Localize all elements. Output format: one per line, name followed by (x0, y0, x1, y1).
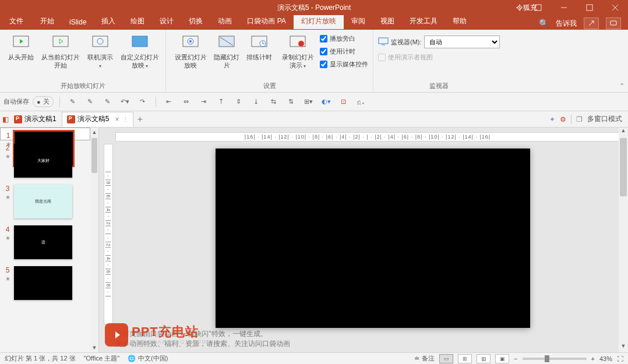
fit-window-icon[interactable]: ⛶ (617, 355, 623, 362)
doc-tab-1[interactable]: 演示文稿1 (9, 112, 62, 127)
redo-icon[interactable]: ↷ (136, 95, 150, 109)
group-icon[interactable]: ⊞▾ (302, 95, 316, 109)
align-bottom-icon[interactable]: ⤓ (249, 95, 263, 109)
undo-icon[interactable]: ↶▾ (118, 95, 132, 109)
online-present-button[interactable]: 联机演示▾ (84, 32, 117, 71)
tab-审阅[interactable]: 审阅 (344, 13, 373, 29)
chevron-down-icon: ▾ (144, 63, 148, 69)
view-reading-icon[interactable]: ▥ (477, 354, 491, 363)
ruler-horizontal[interactable]: |16| · |14| · |12| · |10| · |8| · |6| · … (115, 132, 620, 142)
combine-icon[interactable]: ◐▾ (319, 95, 333, 109)
record-icon (288, 33, 307, 52)
ribbon-options-icon[interactable] (525, 0, 551, 15)
tab-幻灯片放映[interactable]: 幻灯片放映 (294, 13, 344, 29)
selection-icon[interactable]: ⊡ (337, 95, 351, 109)
gear-icon[interactable]: ⚙ (560, 115, 566, 123)
align-center-icon[interactable]: ⇔ (179, 95, 193, 109)
distribute-v-icon[interactable]: ⇅ (284, 95, 298, 109)
record-button[interactable]: 录制幻灯片演示 ▾ (278, 32, 317, 71)
tab-口袋动画 PA[interactable]: 口袋动画 PA (239, 13, 293, 29)
view-sorter-icon[interactable]: ⊞ (458, 354, 472, 363)
setup-slideshow-button[interactable]: 设置幻灯片放映 (171, 32, 210, 71)
thumb-slide-1[interactable]: 1★ (0, 128, 90, 140)
close-tab-icon[interactable]: × (115, 115, 119, 123)
slide-canvas[interactable] (216, 149, 530, 328)
timing-checkbox[interactable]: 使用计时 (320, 45, 368, 58)
rehearse-button[interactable]: 排练计时 (243, 32, 276, 62)
eyedropper-icon[interactable]: ✎ (66, 95, 80, 109)
tab-视图[interactable]: 视图 (373, 13, 402, 29)
close-icon[interactable] (602, 0, 628, 15)
thumb-slide-3[interactable]: 3★我是光雨 (0, 181, 90, 222)
notes-toggle[interactable]: ≐ 备注 (414, 354, 435, 363)
editor-scrollbar[interactable]: ▲▼ (619, 128, 628, 352)
tab-设计[interactable]: 设计 (152, 13, 181, 29)
watermark-logo-icon (105, 323, 128, 347)
doc-tab-2[interactable]: 演示文稿5×⋮ (62, 112, 134, 127)
tab-切换[interactable]: 切换 (181, 13, 210, 29)
zoom-in-icon[interactable]: + (591, 355, 595, 362)
custom-slideshow-button[interactable]: 自定义幻灯片放映 ▾ (119, 32, 161, 71)
add-tab-button[interactable]: + (133, 114, 146, 125)
setup-slideshow-icon (181, 33, 200, 52)
hide-slide-button[interactable]: 隐藏幻灯片 (213, 32, 241, 71)
tab-file[interactable]: 文件 (3, 13, 33, 29)
status-lang[interactable]: 🌐 中文(中国) (128, 354, 168, 363)
distribute-h-icon[interactable]: ⇆ (267, 95, 281, 109)
slide-edit-area: |16| · |14| · |12| · |10| · |8| · |6| · … (99, 128, 628, 352)
view-slideshow-icon[interactable]: ▣ (495, 354, 509, 363)
tab-menu-icon[interactable]: ⋮ (122, 116, 128, 122)
monitor-icon (378, 37, 389, 47)
view-normal-icon[interactable]: ▭ (439, 354, 453, 363)
minimize-icon[interactable] (551, 0, 577, 15)
ruler-vertical[interactable]: | · |8| · |6| · |4| · |2| · | · |2| · |4… (104, 144, 113, 324)
from-current-button[interactable]: 从当前幻灯片开始 (40, 32, 82, 71)
align-top-icon[interactable]: ⤒ (214, 95, 228, 109)
workspace: 1★2★大家好3★我是光雨4★这5★ ▲▼ |16| · |14| · |12|… (0, 128, 628, 352)
tab-插入[interactable]: 插入 (94, 13, 123, 29)
search-icon[interactable]: 🔍 (539, 19, 549, 28)
nav-icon[interactable]: ◧ (2, 115, 9, 123)
sparkle-icon[interactable]: ✦ (549, 115, 555, 123)
maximize-icon[interactable] (577, 0, 602, 15)
status-slide[interactable]: 幻灯片 第 1 张，共 12 张 (5, 354, 76, 363)
watermark: PPT充电站 PPT CHARGING STUD (105, 323, 207, 347)
arrange-icon[interactable]: ⎌▾ (354, 95, 368, 109)
presenter-view-checkbox[interactable]: 使用演示者视图 (378, 51, 433, 63)
monitor-select[interactable]: 自动 (424, 36, 500, 48)
play-presentation-icon (12, 33, 30, 52)
tellme-label[interactable]: 告诉我 (556, 19, 577, 29)
media-controls-checkbox[interactable]: 显示媒体控件 (320, 58, 368, 70)
comments-icon[interactable] (606, 17, 621, 29)
share-icon[interactable] (584, 17, 599, 29)
thumb-slide-2[interactable]: 2★大家好 (0, 140, 90, 181)
align-right-icon[interactable]: ⇥ (197, 95, 211, 109)
quick-access-toolbar: 自动保存 ● 关 ✎ ✎ ✎ ↶▾ ↷ ⇤ ⇔ ⇥ ⤒ ⇕ ⤓ ⇆ ⇅ ⊞▾ ◐… (0, 93, 628, 111)
tab-开发工具[interactable]: 开发工具 (402, 13, 445, 29)
zoom-value[interactable]: 43% (599, 355, 612, 362)
group2-label: 设置 (263, 82, 276, 92)
zoom-out-icon[interactable]: − (514, 355, 517, 362)
status-theme[interactable]: "Office 主题" (84, 354, 119, 363)
record-label: 录制幻灯片演示 (282, 54, 314, 69)
tab-iSlide[interactable]: iSlide (62, 15, 94, 29)
thumb-slide-4[interactable]: 4★这 (0, 222, 90, 263)
svg-rect-2 (587, 5, 592, 10)
collapse-ribbon-icon[interactable]: ⌃ (619, 82, 625, 90)
tab-绘图[interactable]: 绘图 (123, 13, 152, 29)
thumb-slide-5[interactable]: 5★ (0, 263, 90, 303)
eyedropper2-icon[interactable]: ✎ (83, 95, 97, 109)
eyedropper3-icon[interactable]: ✎ (101, 95, 115, 109)
thumbs-scrollbar[interactable]: ▲▼ (90, 128, 98, 352)
ribbon: 从头开始 从当前幻灯片开始 联机演示▾ 自定义幻灯片放映 ▾ 开始放映幻灯片 设… (0, 30, 628, 93)
tab-帮助[interactable]: 帮助 (445, 13, 474, 29)
align-middle-icon[interactable]: ⇕ (232, 95, 246, 109)
multiwindow-label[interactable]: 多窗口模式 (587, 114, 622, 124)
narration-checkbox[interactable]: 播放旁白 (320, 32, 368, 45)
autosave-toggle[interactable]: ● 关 (33, 96, 54, 107)
from-beginning-button[interactable]: 从头开始 (5, 32, 37, 62)
align-left-icon[interactable]: ⇤ (162, 95, 176, 109)
tab-开始[interactable]: 开始 (33, 13, 62, 29)
zoom-slider[interactable] (523, 358, 587, 360)
tab-动画[interactable]: 动画 (210, 13, 239, 29)
